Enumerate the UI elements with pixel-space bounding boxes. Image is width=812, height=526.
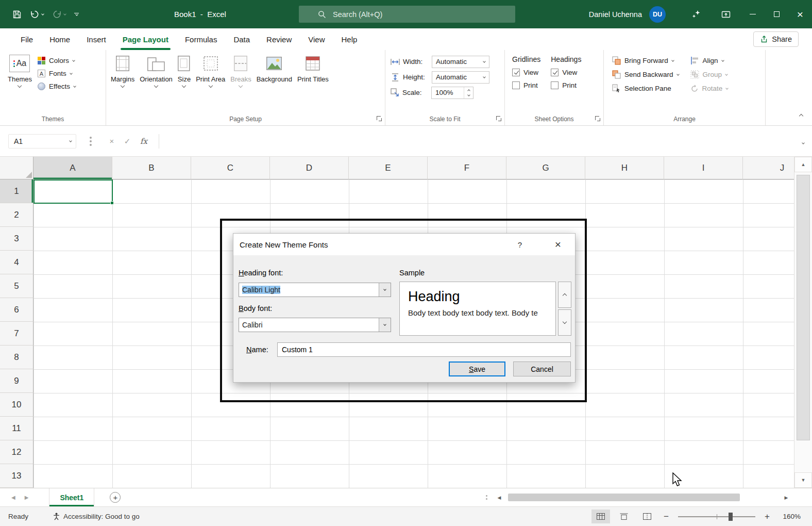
selection-pane-button[interactable]: Selection Pane: [609, 82, 682, 95]
tab-view[interactable]: View: [300, 28, 333, 50]
maximize-button[interactable]: [765, 0, 788, 28]
cancel-button-dialog[interactable]: Cancel: [513, 361, 571, 376]
sheet-tab-sheet1[interactable]: Sheet1: [49, 488, 94, 506]
print-titles-button[interactable]: Print Titles: [295, 50, 331, 111]
body-font-combo[interactable]: Calibri: [239, 318, 391, 332]
row-header-8[interactable]: 8: [0, 346, 33, 369]
tab-insert[interactable]: Insert: [78, 28, 114, 50]
name-input[interactable]: [277, 342, 571, 357]
accessibility-status[interactable]: Accessibility: Good to go: [53, 513, 140, 520]
scroll-right-button[interactable]: ▶: [782, 495, 791, 500]
enter-entry-button[interactable]: ✓: [120, 137, 135, 146]
bring-forward-button[interactable]: Bring Forward: [609, 54, 682, 67]
tab-help[interactable]: Help: [333, 28, 366, 50]
row-header-11[interactable]: 11: [0, 417, 33, 440]
column-header-i[interactable]: I: [664, 157, 743, 179]
zoom-level[interactable]: 160%: [777, 513, 801, 520]
active-cell-a1[interactable]: [33, 179, 113, 204]
vertical-scrollbar-thumb[interactable]: [797, 175, 810, 440]
row-header-6[interactable]: 6: [0, 298, 33, 322]
horizontal-scrollbar-track[interactable]: [504, 490, 782, 505]
page-layout-view-button[interactable]: [615, 509, 633, 523]
cancel-entry-button[interactable]: ×: [104, 137, 120, 145]
select-all-button[interactable]: [0, 157, 33, 179]
align-button[interactable]: Align: [687, 54, 732, 67]
group-button[interactable]: Group: [687, 68, 732, 81]
print-area-button[interactable]: Print Area: [193, 50, 228, 111]
background-button[interactable]: Background: [254, 50, 295, 111]
dialog-close-button[interactable]: ×: [549, 234, 567, 255]
customize-quick-access-button[interactable]: [74, 13, 79, 15]
zoom-in-button[interactable]: +: [762, 512, 772, 522]
colors-button[interactable]: Colors: [35, 54, 79, 67]
tab-bar-drag-handle[interactable]: [486, 495, 487, 497]
name-box[interactable]: A1: [8, 134, 76, 149]
tab-page-layout[interactable]: Page Layout: [114, 28, 177, 50]
previous-sheet-button[interactable]: ◀: [11, 495, 15, 500]
tab-formulas[interactable]: Formulas: [177, 28, 226, 50]
dialog-help-button[interactable]: ?: [512, 234, 528, 255]
headings-view-checkbox[interactable]: [551, 69, 559, 76]
breaks-button[interactable]: Breaks: [228, 50, 253, 111]
scale-to-fit-dialog-launcher[interactable]: [496, 116, 502, 122]
column-header-j[interactable]: J: [743, 157, 794, 179]
row-header-13[interactable]: 13: [0, 464, 33, 488]
height-combo[interactable]: Automatic: [432, 71, 489, 84]
width-combo[interactable]: Automatic: [432, 56, 489, 68]
redo-button[interactable]: [52, 10, 66, 19]
tab-file[interactable]: File: [12, 28, 41, 50]
page-break-preview-button[interactable]: [638, 509, 656, 523]
add-sheet-button[interactable]: +: [110, 492, 121, 503]
dialog-title-bar[interactable]: Create New Theme Fonts ? ×: [233, 234, 575, 255]
heading-font-dropdown-button[interactable]: [379, 283, 391, 297]
column-header-f[interactable]: F: [428, 157, 506, 179]
sheet-options-dialog-launcher[interactable]: [595, 116, 601, 122]
zoom-out-button[interactable]: −: [661, 512, 671, 522]
effects-button[interactable]: Effects: [35, 80, 79, 93]
sample-scroll-up-button[interactable]: [558, 282, 571, 308]
formula-input[interactable]: [159, 134, 794, 149]
row-header-4[interactable]: 4: [0, 251, 33, 274]
scale-spinner[interactable]: 100%: [431, 87, 473, 99]
share-button[interactable]: Share: [753, 31, 799, 47]
insert-function-button[interactable]: fx: [135, 137, 153, 146]
margins-button[interactable]: Margins: [108, 50, 137, 111]
column-header-a[interactable]: A: [33, 157, 112, 179]
column-header-e[interactable]: E: [349, 157, 428, 179]
orientation-button[interactable]: Orientation: [137, 50, 175, 111]
column-header-h[interactable]: H: [585, 157, 664, 179]
normal-view-button[interactable]: [591, 509, 610, 523]
column-header-c[interactable]: C: [191, 157, 270, 179]
scale-decrease-button[interactable]: [464, 93, 473, 98]
headings-print-checkbox[interactable]: [551, 81, 559, 89]
expand-formula-bar-button[interactable]: [802, 137, 804, 145]
scale-increase-button[interactable]: [464, 87, 473, 93]
zoom-slider[interactable]: [678, 516, 755, 517]
heading-font-combo[interactable]: Calibri Light: [239, 283, 391, 297]
save-button-dialog[interactable]: Save: [449, 361, 505, 376]
rotate-button[interactable]: Rotate: [687, 82, 732, 95]
formula-bar-drag-handle[interactable]: [90, 140, 92, 142]
row-header-2[interactable]: 2: [0, 203, 33, 227]
account-avatar[interactable]: DU: [649, 6, 666, 23]
page-setup-dialog-launcher[interactable]: [377, 116, 382, 122]
column-header-d[interactable]: D: [270, 157, 349, 179]
save-button[interactable]: [12, 10, 22, 19]
row-header-10[interactable]: 10: [0, 393, 33, 417]
account-name[interactable]: Daniel Uchenna: [589, 10, 642, 19]
ribbon-display-options-button[interactable]: [711, 0, 741, 28]
send-backward-button[interactable]: Send Backward: [609, 68, 682, 81]
row-header-1[interactable]: 1: [0, 179, 33, 203]
collapse-ribbon-button[interactable]: [800, 111, 803, 119]
tab-review[interactable]: Review: [258, 28, 300, 50]
horizontal-scrollbar[interactable]: ◀ ▶: [495, 490, 791, 505]
column-header-g[interactable]: G: [506, 157, 585, 179]
vertical-scrollbar-track[interactable]: [794, 172, 812, 472]
sample-scroll-down-button[interactable]: [558, 309, 571, 336]
tab-data[interactable]: Data: [225, 28, 258, 50]
size-button[interactable]: Size: [175, 50, 193, 111]
scroll-up-button[interactable]: ▲: [794, 157, 812, 172]
vertical-scrollbar[interactable]: ▲ ▼: [794, 157, 812, 488]
horizontal-scrollbar-thumb[interactable]: [508, 494, 740, 501]
undo-button[interactable]: [30, 10, 44, 19]
